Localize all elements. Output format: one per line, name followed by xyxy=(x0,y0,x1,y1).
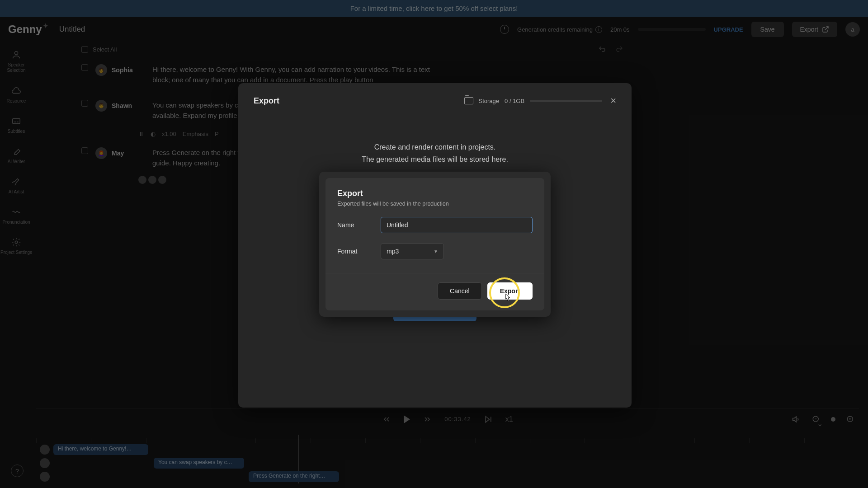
export-panel-message: Create and render content in projects. T… xyxy=(254,141,616,165)
name-label: Name xyxy=(337,221,381,229)
export-msg-line: The generated media files will be stored… xyxy=(254,153,616,165)
export-dialog-inner: Export Exported files will be saved in t… xyxy=(326,178,544,310)
format-field-row: Format mp3 ▼ xyxy=(337,243,533,259)
chevron-down-icon: ▼ xyxy=(434,249,438,254)
format-select[interactable]: mp3 ▼ xyxy=(381,243,444,259)
export-dialog-actions: Cancel Export xyxy=(326,273,544,300)
export-confirm-button[interactable]: Export xyxy=(487,282,533,300)
export-dialog-subtitle: Exported files will be saved in the prod… xyxy=(337,201,533,207)
storage-bar xyxy=(530,100,602,102)
close-icon[interactable]: × xyxy=(610,95,616,107)
export-panel-title: Export xyxy=(254,96,279,106)
storage-value: 0 / 1GB xyxy=(505,98,524,104)
format-label: Format xyxy=(337,248,381,255)
name-input[interactable] xyxy=(381,217,533,233)
storage-label: Storage xyxy=(479,98,500,104)
name-field-row: Name xyxy=(337,217,533,233)
export-panel-header: Export Storage 0 / 1GB × xyxy=(254,95,616,107)
export-dialog-title: Export xyxy=(337,189,533,198)
export-dialog: Export Exported files will be saved in t… xyxy=(319,172,551,317)
folder-icon xyxy=(464,97,473,104)
format-value: mp3 xyxy=(387,248,399,255)
storage-indicator: Storage 0 / 1GB xyxy=(464,97,603,104)
export-msg-line: Create and render content in projects. xyxy=(254,141,616,153)
cancel-button[interactable]: Cancel xyxy=(438,282,482,300)
